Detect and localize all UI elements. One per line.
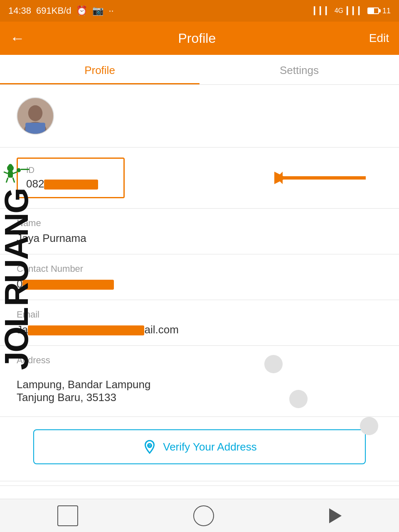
tab-settings[interactable]: Settings (200, 55, 399, 84)
app-bar-title: Profile (178, 31, 216, 46)
id-field-section: ID 082 (0, 148, 399, 209)
battery-icon (367, 7, 379, 14)
address-line1: Lampung, Bandar Lampung (17, 378, 382, 391)
tab-profile[interactable]: Profile (0, 55, 200, 84)
email-label: Email (17, 309, 382, 320)
svg-text:?: ? (149, 443, 151, 448)
verify-btn-label: Verify Your Address (163, 441, 256, 453)
bottom-nav (0, 499, 399, 532)
tabs: Profile Settings (0, 55, 399, 85)
verify-address-button[interactable]: ? Verify Your Address (33, 429, 366, 464)
arrow-annotation (274, 167, 382, 188)
signal-icon: ▎▎▎ (314, 6, 331, 15)
status-data: 691KB/d (36, 5, 71, 16)
contact-label: Contact Number (17, 264, 382, 274)
avatar[interactable] (17, 97, 54, 135)
contact-field-section: Contact Number 0 (0, 254, 399, 300)
app-bar: ← Profile Edit (0, 22, 399, 55)
id-label: ID (26, 165, 115, 175)
edit-button[interactable]: Edit (369, 32, 389, 45)
email-field-section: Email Jaail.com (0, 300, 399, 346)
status-bar: 14:38 691KB/d ⏰ 📷 ·· ▎▎▎ 4G ▎▎▎ 11 (0, 0, 399, 22)
id-value: 082 (26, 177, 115, 190)
status-time: 14:38 (8, 5, 31, 16)
divider (0, 481, 399, 481)
address-line2: Tanjung Baru, 35133 (17, 391, 382, 404)
email-value: Jaail.com (17, 323, 382, 336)
avatar-section (0, 85, 399, 148)
nav-square-button[interactable] (57, 505, 78, 526)
status-bar-right: ▎▎▎ 4G ▎▎▎ 11 (314, 6, 391, 15)
battery-level: 11 (382, 7, 391, 15)
location-pin-icon: ? (142, 439, 157, 454)
alarm-icon: ⏰ (76, 5, 87, 16)
email-redacted (28, 325, 144, 335)
address-bubble-3 (360, 417, 378, 435)
name-value: Jaya Purnama (17, 232, 382, 245)
svg-point-1 (28, 105, 42, 121)
name-field-section: Name Jaya Purnama (0, 209, 399, 254)
avatar-image (17, 97, 53, 135)
nav-home-button[interactable] (193, 505, 214, 526)
contact-redacted (22, 280, 114, 290)
id-redacted (44, 180, 98, 190)
svg-rect-3 (25, 123, 45, 134)
arrow-svg (274, 167, 382, 188)
network-icon: 4G (335, 7, 343, 15)
camera-icon: 📷 (92, 5, 103, 16)
profile-content: ID 082 Name Jaya Purnama Contact Number … (0, 85, 399, 532)
address-field-section: Address Lampung, Bandar Lampung Tanjung … (0, 346, 399, 417)
signal2-icon: ▎▎▎ (347, 6, 364, 15)
contact-value: 0 (17, 278, 382, 291)
status-bar-left: 14:38 691KB/d ⏰ 📷 ·· (8, 5, 114, 16)
dots-icon: ·· (108, 5, 113, 16)
back-button[interactable]: ← (10, 30, 25, 47)
address-label: Address (17, 355, 382, 366)
nav-back-button[interactable] (329, 508, 342, 523)
svg-marker-6 (274, 172, 287, 184)
address-bubble-2 (289, 390, 308, 408)
id-highlighted-box: ID 082 (17, 158, 125, 198)
address-bubble-1 (264, 355, 283, 373)
name-label: Name (17, 218, 382, 229)
